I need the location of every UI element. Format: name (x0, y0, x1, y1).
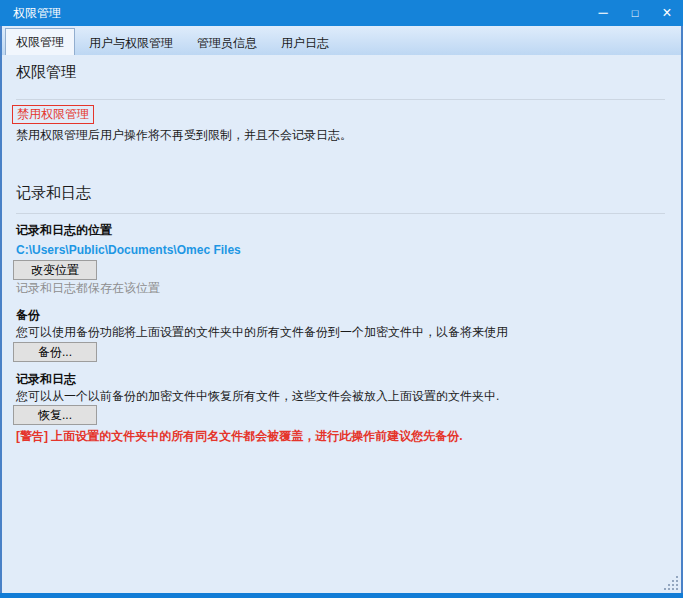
restore-button[interactable]: 恢复... (13, 405, 97, 425)
backup-description: 您可以使用备份功能将上面设置的文件夹中的所有文件备份到一个加密文件中，以备将来使… (16, 325, 665, 339)
permission-section-title: 权限管理 (16, 62, 665, 82)
backup-label: 备份 (16, 308, 665, 322)
disable-permission-description: 禁用权限管理后用户操作将不再受到限制，并且不会记录日志。 (16, 128, 665, 142)
restore-warning-text: [警告] 上面设置的文件夹中的所有同名文件都会被覆盖，进行此操作前建议您先备份. (16, 429, 665, 443)
log-location-note: 记录和日志都保存在该位置 (16, 282, 665, 295)
minimize-icon[interactable]: ─ (587, 0, 619, 26)
disable-permission-link[interactable]: 禁用权限管理 (12, 105, 94, 124)
maximize-icon[interactable]: □ (619, 0, 651, 26)
tab-users-and-permissions[interactable]: 用户与权限管理 (79, 32, 183, 55)
restore-description: 您可以从一个以前备份的加密文件中恢复所有文件，这些文件会被放入上面设置的文件夹中… (16, 389, 665, 403)
tab-user-logs[interactable]: 用户日志 (271, 32, 339, 55)
window-bottom-border (0, 593, 683, 598)
titlebar: 权限管理 ─ □ × (0, 0, 683, 26)
window-title: 权限管理 (0, 0, 587, 26)
tab-permission-management[interactable]: 权限管理 (5, 28, 75, 55)
log-location-label: 记录和日志的位置 (16, 223, 665, 237)
close-icon[interactable]: × (651, 0, 683, 26)
change-location-button[interactable]: 改变位置 (13, 260, 97, 280)
permission-manager-window: 权限管理 ─ □ × 权限管理 用户与权限管理 管理员信息 用户日志 权限管理 … (0, 0, 683, 598)
divider (16, 213, 665, 214)
tab-bar: 权限管理 用户与权限管理 管理员信息 用户日志 (2, 26, 681, 55)
restore-label: 记录和日志 (16, 372, 665, 386)
window-controls: ─ □ × (587, 0, 683, 26)
resize-grip[interactable] (664, 576, 679, 591)
divider (16, 99, 665, 100)
log-location-path-link[interactable]: C:\Users\Public\Documents\Omec Files (16, 244, 665, 257)
tab-admin-info[interactable]: 管理员信息 (187, 32, 267, 55)
logs-section-title: 记录和日志 (16, 183, 665, 203)
tab-page-content: 权限管理 禁用权限管理 禁用权限管理后用户操作将不再受到限制，并且不会记录日志。… (2, 55, 681, 593)
window-body: 权限管理 用户与权限管理 管理员信息 用户日志 权限管理 禁用权限管理 禁用权限… (0, 26, 683, 593)
backup-button[interactable]: 备份... (13, 342, 97, 362)
